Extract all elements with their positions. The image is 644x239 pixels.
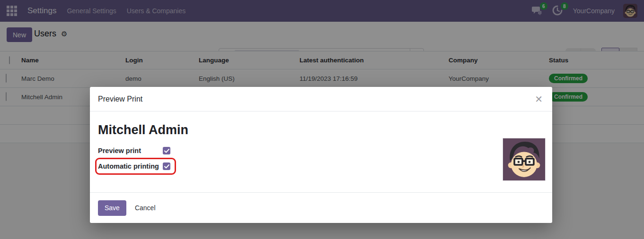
record-avatar <box>503 138 545 180</box>
check-icon <box>164 164 169 169</box>
field-label: Automatic printing <box>98 162 163 170</box>
automatic-printing-checkbox[interactable] <box>163 162 170 170</box>
field-preview-print: Preview print <box>98 145 544 156</box>
modal-title: Preview Print <box>98 95 142 103</box>
cancel-button[interactable]: Cancel <box>131 201 159 214</box>
preview-print-checkbox[interactable] <box>163 147 170 154</box>
modal-footer: Save Cancel <box>90 192 552 223</box>
field-label: Preview print <box>98 147 163 154</box>
field-automatic-printing: Automatic printing <box>98 161 170 172</box>
preview-print-modal: Preview Print ✕ Mitchell Admin Preview p… <box>90 87 552 223</box>
modal-header: Preview Print ✕ <box>90 87 552 111</box>
record-name-heading: Mitchell Admin <box>98 123 544 137</box>
save-button[interactable]: Save <box>98 200 126 216</box>
annotation-highlight-box: Automatic printing <box>95 158 176 175</box>
close-icon[interactable]: ✕ <box>535 94 543 104</box>
odoo-settings-screen: Settings General Settings Users & Compan… <box>0 0 644 239</box>
modal-body: Mitchell Admin Preview print Automatic p… <box>90 111 552 192</box>
check-icon <box>164 149 169 153</box>
